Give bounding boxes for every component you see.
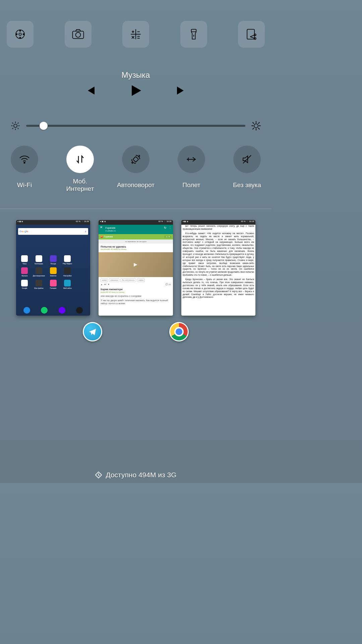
shortcut-remote[interactable] — [7, 21, 34, 48]
comment-count: 11 — [169, 283, 171, 285]
shortcut-row — [7, 21, 265, 48]
reader-paragraph: вот теперь решил написать очередную книг… — [183, 225, 254, 231]
toggle-mobile-data-label: Моб. Интернет — [58, 178, 102, 193]
svg-point-4 — [16, 34, 17, 35]
toggle-wifi-label: Wi-Fi — [17, 178, 32, 193]
music-title: Музыка — [0, 70, 272, 80]
svg-line-39 — [253, 128, 254, 129]
memory-text: Доступно 494M из 3G — [106, 471, 176, 479]
music-controls — [0, 83, 272, 98]
memory-status[interactable]: Доступно 494M из 3G — [0, 471, 272, 479]
reader-paragraph: Кто-нибудь скажет: «Не сидится человеку … — [183, 232, 254, 277]
shortcut-camera[interactable] — [65, 21, 92, 48]
svg-point-22 — [14, 124, 17, 127]
tab-label: Горячее — [104, 235, 113, 238]
svg-line-36 — [253, 122, 254, 123]
brightness-slider[interactable] — [26, 122, 245, 129]
svg-point-7 — [75, 33, 80, 38]
svg-line-29 — [18, 123, 18, 123]
toggle-mute[interactable]: Без звука — [225, 146, 269, 193]
svg-point-2 — [20, 30, 21, 31]
toggle-autorotate-label: Автоповорот — [117, 178, 155, 193]
status-right: 65 % ◾ 16:18 — [241, 220, 254, 224]
post-body: или никогда не ссорьтесь с соседями — [101, 295, 171, 298]
cleanup-icon — [95, 471, 102, 479]
svg-point-5 — [23, 34, 24, 35]
post-meta: keroliswek 42 минуты назад — [101, 248, 171, 251]
svg-rect-41 — [133, 157, 139, 162]
music-prev-button[interactable] — [84, 85, 97, 97]
svg-point-31 — [254, 124, 258, 128]
svg-point-43 — [85, 231, 86, 231]
svg-line-27 — [12, 123, 13, 123]
post-image — [99, 252, 173, 277]
section-divider — [0, 209, 272, 209]
brightness-low-icon — [11, 121, 20, 130]
vote-count: 44 — [104, 283, 106, 286]
svg-line-28 — [18, 128, 18, 129]
music-play-button[interactable] — [128, 83, 143, 98]
search-bar: Google — [18, 228, 88, 235]
toggle-airplane-label: Полет — [182, 178, 200, 193]
post-meta: jayjay48 42 минуты назад — [101, 291, 171, 294]
post-title: Карма яжематери — [101, 288, 171, 291]
recent-app-icons — [0, 322, 272, 341]
app-icon-telegram[interactable] — [83, 322, 102, 341]
reader-paragraph: Кредо Брэнсона – брать от жизни все. Это… — [183, 278, 254, 299]
recent-card-reader[interactable]: ◂ ▣ ◈65 % ◾ 16:18 вот теперь решил напис… — [181, 220, 255, 316]
post-title: Попытка не удалась — [101, 245, 171, 248]
svg-line-30 — [12, 128, 13, 129]
svg-point-3 — [20, 37, 21, 38]
recents-row: ◂ ▣ ◈62 % ◾ 16:29 Google ЧасыКалендарьПо… — [16, 220, 255, 316]
status-right: 62 % ◾ 16:29 — [76, 220, 89, 224]
page-url: m.pikabu.ru — [105, 230, 171, 232]
brightness-high-icon — [251, 121, 261, 130]
svg-rect-17 — [191, 29, 196, 32]
shortcut-flashlight[interactable] — [180, 21, 207, 48]
close-icon: ✕ — [100, 225, 103, 230]
shortcut-screenshot[interactable] — [238, 21, 265, 48]
page-title: Горячее — [105, 226, 171, 230]
recent-card-launcher[interactable]: ◂ ▣ ◈62 % ◾ 16:29 Google ЧасыКалендарьПо… — [16, 220, 90, 316]
shortcut-calculator[interactable] — [122, 21, 149, 48]
app-icon-chrome[interactable] — [169, 322, 189, 341]
toggle-wifi[interactable]: Wi-Fi — [3, 146, 46, 193]
quick-toggles: Wi-Fi Моб. Интернет Автоповорот Полет Бе… — [3, 146, 269, 193]
toggle-airplane[interactable]: Полет — [170, 146, 213, 193]
music-next-button[interactable] — [175, 85, 187, 97]
brightness-row — [11, 121, 261, 130]
toggle-autorotate[interactable]: Автоповорот — [114, 146, 158, 193]
toggle-mute-label: Без звука — [233, 178, 261, 193]
svg-line-38 — [258, 122, 259, 123]
toggle-mobile-data[interactable]: Моб. Интернет — [58, 146, 102, 193]
svg-point-40 — [24, 162, 25, 163]
post-body: У нас во дворе живёт типичная яжемать. К… — [101, 299, 171, 305]
svg-line-37 — [258, 128, 259, 129]
recent-card-browser-pikabu[interactable]: ◂ ▣ ◈62 % ◾ 16:30 ✕ Горячее m.pikabu.ru … — [99, 220, 173, 316]
svg-point-1 — [19, 33, 21, 35]
status-right: 62 % ◾ 16:30 — [159, 220, 172, 224]
sort-label: по времени за сегодня — [99, 239, 173, 244]
